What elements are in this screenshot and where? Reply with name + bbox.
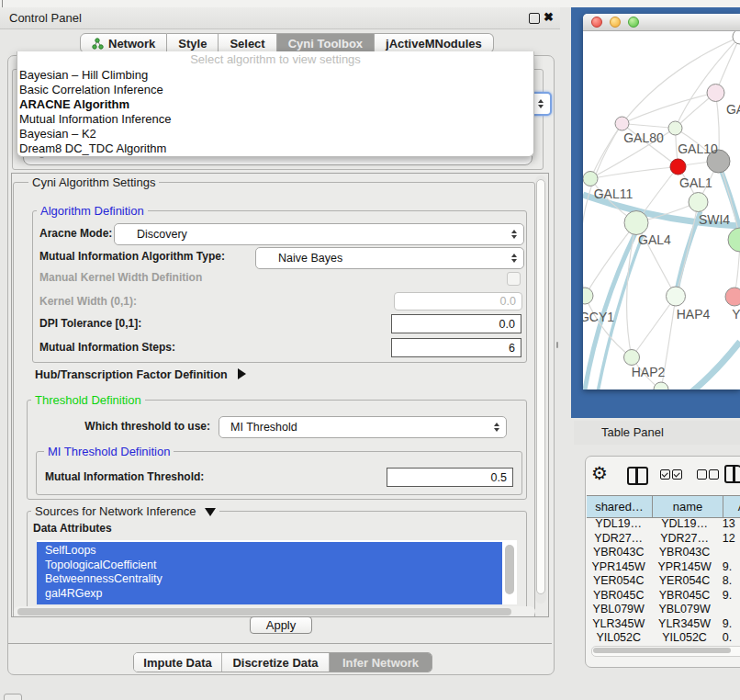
settings-vertical-scrollbar[interactable] (535, 175, 546, 604)
network-node[interactable] (583, 288, 593, 304)
table-row[interactable]: YDL19…YDL19…13 (587, 517, 740, 532)
which-threshold-label: Which threshold to use: (74, 420, 210, 433)
table-cell: YBR043C (650, 546, 718, 560)
mi-type-combo[interactable]: Naive Bayes (255, 247, 524, 269)
table-row[interactable]: YDR27…YDR27…12 (587, 532, 740, 547)
splitter-grip[interactable] (556, 342, 558, 348)
close-icon[interactable]: ✖ (544, 10, 554, 24)
attribute-item[interactable]: gal4RGexp (45, 587, 163, 602)
network-node[interactable] (689, 193, 708, 212)
expand-right-icon (238, 368, 246, 379)
dropdown-item[interactable]: Bayesian – K2 (17, 127, 533, 141)
tab-network[interactable]: Network (80, 33, 167, 53)
network-node[interactable] (733, 31, 740, 44)
attribute-item[interactable]: SelfLoops (45, 544, 163, 559)
network-node[interactable] (654, 382, 668, 390)
dropdown-item[interactable]: Mutual Information Inference (17, 112, 533, 127)
table-row[interactable]: YBR043CYBR043C (587, 546, 740, 560)
minimize-traffic-light-icon[interactable] (610, 17, 621, 28)
dropdown-item[interactable]: Dream8 DC_TDC Algorithm (17, 141, 533, 156)
tab-discretize-data[interactable]: Discretize Data (221, 653, 329, 672)
aracne-mode-combo[interactable]: Discovery (114, 223, 524, 245)
table-row[interactable]: YBR045CYBR045C9. (587, 589, 740, 604)
tab-cyni-toolbox[interactable]: Cyni Toolbox (277, 33, 375, 53)
mi-steps-field[interactable]: 6 (391, 338, 521, 357)
control-panel-titlebar: Control Panel ✖ (0, 7, 560, 29)
tab-infer-network[interactable]: Infer Network (329, 653, 432, 672)
apply-button[interactable]: Apply (250, 616, 312, 634)
table-cell: 8. (719, 574, 740, 589)
tab-select[interactable]: Select (219, 33, 276, 53)
close-traffic-light-icon[interactable] (591, 17, 602, 28)
dpi-tolerance-field[interactable]: 0.0 (391, 314, 521, 333)
node-label: GCY1 (583, 310, 614, 324)
table-row[interactable]: YBL079WYBL079W (587, 603, 740, 617)
table-row[interactable]: YPR145WYPR145W9. (587, 560, 740, 575)
node-label: GAL10 (678, 141, 718, 156)
settings-horizontal-scrollbar[interactable] (14, 606, 535, 616)
network-view[interactable]: GALGAL80GAL10GAL1GAL11SWI4GAL4GCY1HAP4YH… (583, 31, 740, 390)
tab-jactivemnodules[interactable]: jActiveMNodules (375, 33, 494, 53)
table-panel-title: Table Panel (601, 425, 664, 439)
col-shared-name[interactable]: shared… (587, 496, 653, 517)
minimized-panel-icon[interactable] (4, 694, 22, 700)
col-name[interactable]: name (653, 496, 723, 517)
table-mode-icon[interactable] (724, 465, 740, 483)
table-row[interactable]: YER054CYER054C8. (587, 574, 740, 589)
table-cell: YDL19… (587, 517, 650, 532)
data-attributes-list[interactable]: SelfLoopsTopologicalCoefficientBetweenne… (37, 540, 517, 604)
top-divider (2, 0, 3, 7)
deselect-checkbox-icon[interactable] (697, 469, 707, 480)
node-label: GAL80 (623, 130, 664, 145)
list-scrollbar[interactable] (505, 543, 514, 598)
table-cell: 0. (719, 631, 740, 646)
table-cell: YIL052C (650, 631, 718, 646)
zoom-traffic-light-icon[interactable] (628, 17, 639, 28)
mi-threshold-label: Mutual Information Threshold: (45, 470, 204, 483)
network-node[interactable] (728, 228, 740, 252)
network-node[interactable] (583, 172, 598, 186)
node-label: HAP2 (632, 365, 666, 379)
col-third[interactable]: A (723, 496, 740, 517)
collapse-down-icon[interactable] (205, 508, 216, 516)
table-cell: YPR145W (587, 560, 650, 575)
attribute-item[interactable]: BetweennessCentrality (45, 572, 163, 587)
network-node[interactable] (624, 211, 648, 235)
data-attributes-label: Data Attributes (33, 522, 112, 535)
table-cell: YLR345W (587, 617, 650, 632)
table-cell: YER054C (587, 574, 650, 589)
table-row[interactable]: YLR345WYLR345W9. (587, 617, 740, 632)
mi-threshold-field[interactable]: 0.5 (387, 468, 513, 487)
which-threshold-combo[interactable]: MI Threshold (219, 416, 507, 438)
table-cell: 13 (719, 517, 740, 532)
table-header: shared… name A (587, 495, 740, 518)
deselect-checkbox-icon2[interactable] (709, 469, 719, 480)
node-label: Y (732, 307, 740, 322)
gear-icon[interactable]: ⚙ (591, 462, 608, 484)
network-node[interactable] (668, 121, 682, 135)
table-horizontal-scrollbar[interactable] (591, 646, 740, 657)
network-node[interactable] (670, 159, 686, 175)
network-node[interactable] (615, 117, 629, 130)
network-node[interactable] (707, 85, 724, 102)
select-all-checkbox-icon[interactable] (660, 469, 670, 480)
dropdown-item[interactable]: Bayesian – Hill Climbing (17, 68, 533, 83)
float-window-icon[interactable] (529, 13, 540, 24)
tab-impute-data[interactable]: Impute Data (134, 653, 221, 672)
dropdown-item[interactable]: Basic Correlation Inference (17, 83, 533, 97)
network-node[interactable] (725, 288, 740, 306)
attribute-item[interactable]: TopologicalCoefficient (45, 559, 163, 573)
network-node[interactable] (624, 350, 640, 366)
table-cell: 9. (719, 617, 740, 632)
columns-icon[interactable] (627, 467, 648, 485)
table-row[interactable]: YIL052CYIL052C0. (587, 631, 740, 646)
manual-kernel-checkbox[interactable] (507, 272, 521, 286)
control-panel-tabs: Network Style Select Cyni Toolbox jActiv… (80, 33, 494, 53)
kernel-width-field[interactable]: 0.0 (394, 292, 522, 310)
select-all-checkbox-icon2[interactable] (672, 469, 682, 480)
network-node[interactable] (667, 287, 686, 306)
hub-definition-toggle[interactable]: Hub/Transcription Factor Definition (35, 368, 246, 381)
table-body[interactable]: YDL19…YDL19…13YDR27…YDR27…12YBR043CYBR04… (587, 517, 740, 646)
dropdown-item[interactable]: ARACNE Algorithm (17, 97, 533, 112)
tab-style[interactable]: Style (167, 33, 219, 53)
